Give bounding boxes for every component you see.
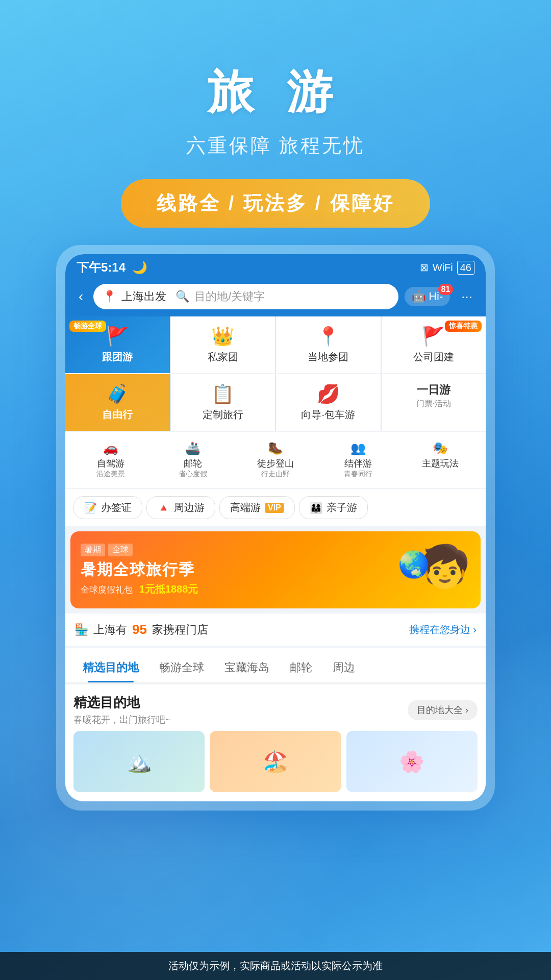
- service-grid-row1: 畅游全球 🚩 跟团游 👑 私家团 📍 当地参团 惊喜特惠 🚩 公司团建: [65, 316, 486, 373]
- search-placeholder: 目的地/关键字: [194, 289, 265, 304]
- guide-travel-icon: 💋: [317, 383, 340, 405]
- phone-screen: 下午5:14 🌙 ⊠ WiFi 46 ‹ 📍 上海出发 🔍 目的地/关键字 🤖: [65, 254, 486, 801]
- group-tour-label: 跟团游: [102, 350, 133, 364]
- store-icon: 🏪: [74, 623, 88, 636]
- banner-tag2: 全球: [108, 544, 133, 556]
- store-info: 🏪 上海有 95 家携程门店: [74, 622, 208, 638]
- promo-banner[interactable]: 暑期 全球 暑期全球旅行季 全球度假礼包 1元抵1888元 🧒 🌏: [70, 531, 481, 608]
- day-tour-label: 一日游: [417, 382, 450, 398]
- day-tour-sub: 门票·活动: [416, 399, 451, 409]
- phone-mockup: 下午5:14 🌙 ⊠ WiFi 46 ‹ 📍 上海出发 🔍 目的地/关键字 🤖: [56, 245, 495, 811]
- banner-subtitle: 全球度假礼包 1元抵1888元: [81, 582, 198, 596]
- moon-icon: 🌙: [132, 260, 147, 274]
- service-free-travel[interactable]: 🧳 自由行: [65, 374, 170, 431]
- dest-thumb-2[interactable]: 🏖️: [210, 731, 341, 792]
- nearby-icon: 🔺: [157, 502, 170, 514]
- search-icon: 🔍: [176, 290, 189, 303]
- group-tour-icon: 🚩: [106, 326, 129, 347]
- hero-badge: 线路全 / 玩法多 / 保障好: [121, 179, 430, 228]
- service-guide-travel[interactable]: 💋 向导·包车游: [276, 374, 381, 431]
- dest-more-button[interactable]: 目的地大全 ›: [408, 700, 478, 720]
- service-self-drive[interactable]: 🚗 自驾游 沿途美景: [70, 439, 151, 481]
- hero-section: 旅 游 六重保障 旅程无忧 线路全 / 玩法多 / 保障好: [0, 0, 551, 228]
- visa-icon: 📝: [84, 502, 97, 514]
- service-companion[interactable]: 👥 结伴游 青春同行: [318, 439, 398, 481]
- store-link[interactable]: 携程在您身边 ›: [409, 623, 477, 636]
- tab-island[interactable]: 宝藏海岛: [214, 655, 280, 682]
- local-tour-label: 当地参团: [308, 350, 348, 364]
- status-icons: ⊠ WiFi 46: [420, 261, 474, 275]
- guide-travel-label: 向导·包车游: [301, 408, 355, 422]
- store-bar: 🏪 上海有 95 家携程门店 携程在您身边 ›: [65, 614, 486, 646]
- service-company-tour[interactable]: 惊喜特惠 🚩 公司团建: [382, 316, 486, 373]
- header-icons: 🤖 Hi- 81 ···: [405, 287, 477, 307]
- more-button[interactable]: ···: [457, 287, 477, 307]
- service-hiking[interactable]: 🥾 徒步登山 行走山野: [235, 439, 316, 481]
- back-button[interactable]: ‹: [74, 286, 87, 307]
- private-tour-icon: 👑: [211, 326, 234, 347]
- hero-title: 旅 游: [0, 61, 551, 124]
- service-theme[interactable]: 🎭 主题玩法: [400, 439, 481, 481]
- custom-travel-label: 定制旅行: [203, 408, 243, 422]
- wifi-icon: WiFi: [433, 262, 453, 274]
- dest-header: 精选目的地 春暖花开，出门旅行吧~ 目的地大全 ›: [73, 694, 478, 726]
- service-grid-row2: 🧳 自由行 📋 定制旅行 💋 向导·包车游 一日游 门票·活动: [65, 374, 486, 431]
- banner-title: 暑期全球旅行季: [81, 559, 198, 580]
- service-day-tour[interactable]: 一日游 门票·活动: [382, 374, 486, 431]
- service-group-tour[interactable]: 畅游全球 🚩 跟团游: [65, 316, 170, 373]
- screen-icon: ⊠: [420, 261, 429, 274]
- battery-icon: 46: [457, 261, 474, 275]
- dest-subtitle: 春暖花开，出门旅行吧~: [73, 714, 171, 726]
- tab-cruise[interactable]: 邮轮: [280, 655, 322, 682]
- family-icon: 👨‍👩‍👦: [310, 502, 322, 514]
- tag-visa[interactable]: 📝 办签证: [73, 496, 142, 519]
- dest-title: 精选目的地: [73, 694, 171, 712]
- banner-image: 🧒 🌏: [368, 550, 470, 591]
- free-travel-label: 自由行: [102, 408, 133, 422]
- search-from: 上海出发: [121, 289, 166, 304]
- banner-tag1: 暑期: [81, 544, 105, 556]
- status-time: 下午5:14 🌙: [77, 259, 147, 276]
- tab-global[interactable]: 畅游全球: [149, 655, 214, 682]
- tag-luxury[interactable]: 高端游 VIP: [219, 496, 295, 519]
- tag-family[interactable]: 👨‍👩‍👦 亲子游: [299, 496, 368, 519]
- dest-thumb-3[interactable]: 🌸: [346, 731, 478, 792]
- service-local-tour[interactable]: 📍 当地参团: [276, 316, 381, 373]
- dest-thumb-icon-2: 🏖️: [210, 731, 341, 792]
- destination-section: 精选目的地 春暖花开，出门旅行吧~ 目的地大全 › 🏔️ 🏖️ 🌸: [65, 684, 486, 801]
- dest-thumb-icon-3: 🌸: [346, 731, 478, 792]
- tab-nearby[interactable]: 周边: [322, 655, 365, 682]
- dest-thumbnails: 🏔️ 🏖️ 🌸: [73, 731, 478, 792]
- tag-nearby[interactable]: 🔺 周边游: [146, 496, 215, 519]
- app-header: ‹ 📍 上海出发 🔍 目的地/关键字 🤖 Hi- 81 ···: [65, 279, 486, 316]
- tab-selected-dest[interactable]: 精选目的地: [72, 655, 149, 682]
- private-tour-label: 私家团: [208, 350, 238, 364]
- local-tour-icon: 📍: [317, 326, 340, 347]
- service-private-tour[interactable]: 👑 私家团: [171, 316, 276, 373]
- company-tour-label: 公司团建: [413, 350, 454, 364]
- notification-button[interactable]: 🤖 Hi- 81: [405, 287, 450, 306]
- store-count: 95: [132, 622, 147, 638]
- tag-special: 惊喜特惠: [445, 321, 482, 332]
- service-cruise[interactable]: 🚢 邮轮 省心度假: [153, 439, 234, 481]
- disclaimer: 活动仅为示例，实际商品或活动以实际公示为准: [0, 952, 551, 980]
- hero-subtitle: 六重保障 旅程无忧: [0, 133, 551, 159]
- status-bar: 下午5:14 🌙 ⊠ WiFi 46: [65, 254, 486, 279]
- vip-icon: VIP: [265, 503, 284, 513]
- notif-badge: 81: [438, 284, 454, 295]
- tag-changyu: 畅游全球: [69, 321, 106, 332]
- tags-row: 📝 办签证 🔺 周边游 高端游 VIP 👨‍👩‍👦 亲子游: [65, 489, 486, 526]
- search-bar[interactable]: 📍 上海出发 🔍 目的地/关键字: [93, 284, 398, 309]
- small-service-row: 🚗 自驾游 沿途美景 🚢 邮轮 省心度假 🥾 徒步登山 行走山野 👥 结伴游 青…: [65, 432, 486, 488]
- banner-text: 暑期 全球 暑期全球旅行季 全球度假礼包 1元抵1888元: [81, 544, 198, 596]
- dest-thumb-1[interactable]: 🏔️: [73, 731, 205, 792]
- service-custom-travel[interactable]: 📋 定制旅行: [171, 374, 276, 431]
- dest-thumb-icon-1: 🏔️: [73, 731, 205, 792]
- location-icon: 📍: [103, 290, 116, 303]
- free-travel-icon: 🧳: [106, 383, 129, 405]
- tab-bar: 精选目的地 畅游全球 宝藏海岛 邮轮 周边: [65, 648, 486, 683]
- dest-title-block: 精选目的地 春暖花开，出门旅行吧~: [73, 694, 171, 726]
- custom-travel-icon: 📋: [211, 383, 234, 405]
- notif-icon: 🤖: [412, 290, 425, 303]
- banner-decor-icon: 🌏: [398, 550, 430, 579]
